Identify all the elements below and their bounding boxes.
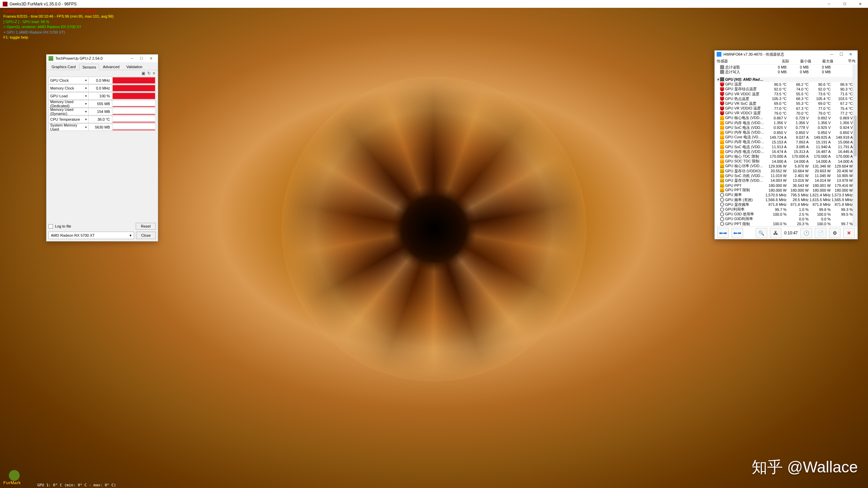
log-to-file-checkbox[interactable]: [49, 224, 53, 229]
sensor-row[interactable]: Memory Used (Dynamic)154 MB: [49, 108, 156, 116]
maximize-button[interactable]: ☐: [837, 0, 852, 8]
gpuz-maximize-button[interactable]: ☐: [137, 56, 146, 61]
sensor-row[interactable]: GPU 核心 TDC 限制170.000 A170.000 A170.000 A…: [715, 154, 857, 159]
col-current[interactable]: 实际: [767, 59, 789, 64]
sensor-label[interactable]: Memory Used (Dynamic): [49, 108, 89, 115]
hwinfo-minimize-button[interactable]: ─: [827, 52, 836, 57]
sensor-min: 70.0 °C: [787, 111, 809, 115]
sensor-row[interactable]: GPU 频率 (有效)1,566.6 MHz28.5 MHz1,615.5 MH…: [715, 197, 857, 202]
close-button[interactable]: Close: [136, 232, 156, 239]
gpuz-minimize-button[interactable]: ─: [127, 56, 137, 61]
clock-icon[interactable]: 🕐: [800, 228, 812, 238]
close-button[interactable]: ✕: [852, 0, 868, 8]
col-max[interactable]: 最大值: [811, 59, 833, 64]
volt-icon: [720, 154, 724, 158]
sensor-row[interactable]: GPU 内存 电流 (VDDIO)15.153 A7.863 A15.191 A…: [715, 140, 857, 144]
sensor-value: 100 %: [89, 92, 112, 100]
sensor-row[interactable]: GPU PPT 限制180.000 W180.000 W180.000 W180…: [715, 188, 857, 193]
sensor-row[interactable]: System Memory Used5630 MB: [49, 123, 156, 131]
hwinfo-close-button[interactable]: ✕: [846, 52, 855, 57]
sensor-row[interactable]: GPU VR VDDIO 温度77.0 °C67.3 °C77.0 °C75.4…: [715, 106, 857, 111]
sensor-row[interactable]: GPU D3D利用率0.0 %0.0 %: [715, 217, 857, 221]
reset-button[interactable]: Reset: [136, 223, 156, 230]
sensor-row[interactable]: GPU 显存功 (VDDIO)20.552 W10.664 W20.603 W2…: [715, 169, 857, 173]
tab-advanced[interactable]: Advanced: [100, 63, 122, 70]
sensor-row[interactable]: GPU SOC TDC 限制14.000 A14.000 A14.000 A14…: [715, 159, 857, 164]
sensor-min: 170.000 A: [787, 154, 809, 158]
volt-icon: [720, 145, 724, 149]
tab-graphics-card[interactable]: Graphics Card: [49, 63, 79, 70]
sensor-row[interactable]: GPU 显存频率871.8 MHz871.8 MHz871.8 MHz871.8…: [715, 202, 857, 207]
gpuz-close-button[interactable]: ✕: [146, 56, 156, 61]
search-button[interactable]: 🔍: [756, 228, 767, 238]
sensor-label[interactable]: CPU Temperature: [49, 116, 89, 123]
refresh-icon[interactable]: ↻: [147, 71, 151, 76]
sensor-row[interactable]: GPU 温度90.5 °C68.2 °C90.6 °C88.9 °C: [715, 82, 857, 87]
sensor-row[interactable]: GPU 核心电压 (VDDCR_GFX)0.867 V0.729 V0.892 …: [715, 116, 857, 120]
sensor-row[interactable]: Memory Used (Dedicated)555 MB: [49, 100, 156, 108]
sensor-row[interactable]: GPU SoC 功耗 (VDDCR_S...11.019 W2.401 W11.…: [715, 173, 857, 178]
sensor-row[interactable]: GPU PPT 限制100.0 %20.3 %100.0 %99.7 %: [715, 221, 857, 226]
minimize-button[interactable]: ─: [821, 0, 837, 8]
sensor-row[interactable]: GPU 内存 电压 (VDDCI_M...0.850 V0.850 V0.850…: [715, 130, 857, 135]
gpu-select-dropdown[interactable]: AMD Radeon RX 5700 XT: [49, 232, 134, 239]
sensor-label[interactable]: GPU Clock: [49, 77, 89, 84]
settings-button[interactable]: ⚙: [829, 228, 841, 238]
sensor-current: 170.000 A: [765, 154, 787, 158]
sensor-row[interactable]: GPU PPT180.000 W36.543 W180.001 W179.416…: [715, 183, 857, 188]
sensor-row[interactable]: 总计读取0 MB0 MB0 MB: [715, 65, 857, 70]
hwinfo-window[interactable]: HWiNFO64 v7.30-4870 - 传感器状态 ─ ☐ ✕ 传感器 实际…: [714, 50, 858, 239]
sensor-label: GPU VR VDDIO 温度: [725, 106, 765, 111]
col-sensor[interactable]: 传感器: [717, 59, 767, 64]
log-button[interactable]: 📄: [815, 228, 826, 238]
sensor-row[interactable]: 总计写入0 MB0 MB0 MB: [715, 70, 857, 74]
sensor-row[interactable]: GPU Clock0.0 MHz: [49, 76, 156, 84]
sensor-row[interactable]: GPU D3D 使用率100.0 %2.5 %100.0 %99.5 %: [715, 212, 857, 217]
hwinfo-maximize-button[interactable]: ☐: [836, 52, 846, 57]
network-button[interactable]: 🖧: [770, 228, 781, 238]
sensor-label: GPU 显存频率: [725, 202, 765, 207]
sensor-row[interactable]: GPU 显存结点温度92.0 °C74.0 °C92.0 °C90.3 °C: [715, 87, 857, 92]
sensor-row[interactable]: GPU 频率1,570.9 MHz795.5 MHz1,621.4 MHz1,5…: [715, 193, 857, 197]
sensor-row[interactable]: CPU Temperature38.0 °C: [49, 115, 156, 123]
sensor-row[interactable]: GPU Core 电流 (VDDCR_G...149.724 A8.037 A1…: [715, 135, 857, 140]
sensor-row[interactable]: GPU 内存 电压 (VDDIO)1.356 V1.356 V1.356 V1.…: [715, 120, 857, 125]
sensor-row[interactable]: GPU SoC 电压 (VDDCR_S...0.925 V0.778 V0.92…: [715, 125, 857, 130]
gpuz-titlebar[interactable]: TechPowerUp GPU-Z 2.54.0 ─ ☐ ✕: [46, 55, 158, 62]
sensor-row[interactable]: GPU Load100 %: [49, 92, 156, 100]
sensor-row[interactable]: GPU利用率99.7 %1.0 %99.8 %99.3 %: [715, 207, 857, 212]
sensor-row[interactable]: GPU VR SoC 温度69.0 °C55.3 °C69.0 °C67.2 °…: [715, 101, 857, 106]
gpuz-window[interactable]: TechPowerUp GPU-Z 2.54.0 ─ ☐ ✕ Graphics …: [46, 54, 158, 241]
tab-validation[interactable]: Validation: [123, 63, 146, 70]
col-avg[interactable]: 平均: [833, 59, 855, 64]
nav-arrows2-button[interactable]: ⬅➡: [732, 228, 743, 238]
sensor-row[interactable]: GPU 热点温度105.3 °C68.3 °C105.4 °C103.5 °C: [715, 96, 857, 101]
hwinfo-sensor-list[interactable]: 总计读取0 MB0 MB0 MB总计写入0 MB0 MB0 MB▾GPU [#0…: [715, 65, 857, 226]
tree-collapse-icon[interactable]: ▾: [717, 77, 720, 82]
exit-button[interactable]: ✖: [843, 228, 855, 238]
col-min[interactable]: 最小值: [789, 59, 811, 64]
hwinfo-column-header[interactable]: 传感器 实际 最小值 最大值 平均: [715, 58, 857, 65]
sensor-row[interactable]: GPU VR VDDC 温度73.5 °C55.5 °C73.6 °C71.6 …: [715, 92, 857, 96]
sensor-row[interactable]: GPU VR VDDCI 温度79.0 °C70.0 °C79.0 °C77.2…: [715, 111, 857, 116]
sensor-avg: 75.4 °C: [831, 106, 853, 111]
main-titlebar[interactable]: Geeks3D FurMark v1.35.0.0 - 96FPS ─ ☐ ✕: [0, 0, 868, 8]
sensor-label[interactable]: GPU Load: [49, 92, 89, 100]
nav-arrows-button[interactable]: ⬅➡: [717, 228, 729, 238]
sensor-row[interactable]: Memory Clock0.0 MHz: [49, 84, 156, 92]
sensor-min: 55.5 °C: [787, 92, 809, 96]
tab-sensors[interactable]: Sensors: [79, 64, 99, 70]
scrollbar-thumb[interactable]: [854, 116, 857, 156]
screenshot-icon[interactable]: ▣: [141, 71, 145, 76]
sensor-row[interactable]: GPU SoC 电流 (VDDCR_S...11.913 A3.085 A11.…: [715, 144, 857, 149]
sensor-row[interactable]: GPU 核心功率 (VDDCR_GFX)129.936 W5.876 W131.…: [715, 164, 857, 169]
sensor-group-header[interactable]: ▾GPU [#0]: AMD Radeon R...: [715, 77, 857, 82]
sensor-row[interactable]: GPU 内存 电流 (VDDCI_M...16.474 A15.313 A16.…: [715, 149, 857, 154]
sensor-label[interactable]: Memory Used (Dedicated): [49, 100, 89, 108]
sensor-label[interactable]: System Memory Used: [49, 123, 89, 131]
hwinfo-titlebar[interactable]: HWiNFO64 v7.30-4870 - 传感器状态 ─ ☐ ✕: [715, 51, 857, 58]
menu-icon[interactable]: ≡: [153, 71, 155, 76]
sensor-label[interactable]: Memory Clock: [49, 84, 89, 92]
sensor-row[interactable]: GPU 显存功率 (VDDCI_MEM)14.003 W13.016 W14.0…: [715, 178, 857, 183]
hwinfo-scrollbar[interactable]: [853, 65, 857, 226]
